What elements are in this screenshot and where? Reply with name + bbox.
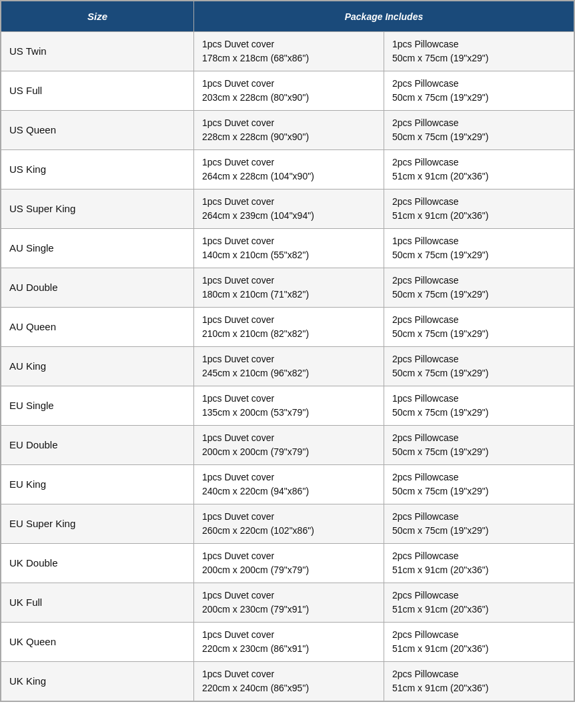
package-cell-2: 2pcs Pillowcase50cm x 75cm (19"x29")	[384, 71, 574, 111]
package-cell-2: 1pcs Pillowcase50cm x 75cm (19"x29")	[384, 386, 574, 426]
table-row: AU Queen1pcs Duvet cover210cm x 210cm (8…	[1, 308, 574, 347]
package-cell-1: 1pcs Duvet cover220cm x 230cm (86"x91")	[193, 623, 384, 662]
package-cell-2: 2pcs Pillowcase51cm x 91cm (20"x36")	[384, 583, 574, 623]
size-cell: EU Single	[1, 386, 194, 426]
size-cell: US Full	[1, 71, 194, 111]
table-row: EU Single1pcs Duvet cover135cm x 200cm (…	[1, 386, 574, 426]
package-cell-1: 1pcs Duvet cover245cm x 210cm (96"x82")	[193, 347, 384, 386]
package-cell-1: 1pcs Duvet cover178cm x 218cm (68"x86")	[193, 32, 384, 71]
package-cell-2: 1pcs Pillowcase50cm x 75cm (19"x29")	[384, 32, 574, 71]
table-row: US Super King1pcs Duvet cover264cm x 239…	[1, 190, 574, 229]
package-cell-1: 1pcs Duvet cover135cm x 200cm (53"x79")	[193, 386, 384, 426]
package-cell-2: 2pcs Pillowcase50cm x 75cm (19"x29")	[384, 111, 574, 150]
package-cell-2: 2pcs Pillowcase51cm x 91cm (20"x36")	[384, 623, 574, 662]
package-cell-2: 2pcs Pillowcase50cm x 75cm (19"x29")	[384, 308, 574, 347]
size-cell: AU Single	[1, 229, 194, 268]
size-cell: UK Double	[1, 544, 194, 583]
table-row: EU Double1pcs Duvet cover200cm x 200cm (…	[1, 426, 574, 465]
table-row: US Queen1pcs Duvet cover228cm x 228cm (9…	[1, 111, 574, 150]
size-cell: UK King	[1, 662, 194, 701]
header-size: Size	[1, 1, 194, 32]
package-cell-2: 2pcs Pillowcase50cm x 75cm (19"x29")	[384, 347, 574, 386]
header-package-includes: Package Includes	[193, 1, 574, 32]
package-cell-1: 1pcs Duvet cover260cm x 220cm (102"x86")	[193, 504, 384, 544]
package-cell-2: 2pcs Pillowcase51cm x 91cm (20"x36")	[384, 544, 574, 583]
package-cell-1: 1pcs Duvet cover203cm x 228cm (80"x90")	[193, 71, 384, 111]
package-cell-2: 2pcs Pillowcase50cm x 75cm (19"x29")	[384, 504, 574, 544]
size-cell: UK Full	[1, 583, 194, 623]
package-cell-1: 1pcs Duvet cover264cm x 239cm (104"x94")	[193, 190, 384, 229]
package-cell-1: 1pcs Duvet cover200cm x 200cm (79"x79")	[193, 544, 384, 583]
size-cell: US King	[1, 150, 194, 190]
package-cell-2: 2pcs Pillowcase50cm x 75cm (19"x29")	[384, 465, 574, 504]
table-row: US Twin1pcs Duvet cover178cm x 218cm (68…	[1, 32, 574, 71]
size-cell: AU Double	[1, 268, 194, 308]
table-row: AU King1pcs Duvet cover245cm x 210cm (96…	[1, 347, 574, 386]
table-row: UK Full1pcs Duvet cover200cm x 230cm (79…	[1, 583, 574, 623]
package-cell-2: 2pcs Pillowcase50cm x 75cm (19"x29")	[384, 268, 574, 308]
package-cell-1: 1pcs Duvet cover210cm x 210cm (82"x82")	[193, 308, 384, 347]
package-cell-1: 1pcs Duvet cover228cm x 228cm (90"x90")	[193, 111, 384, 150]
size-cell: US Queen	[1, 111, 194, 150]
package-cell-1: 1pcs Duvet cover220cm x 240cm (86"x95")	[193, 662, 384, 701]
table-row: UK King1pcs Duvet cover220cm x 240cm (86…	[1, 662, 574, 701]
table-row: AU Double1pcs Duvet cover180cm x 210cm (…	[1, 268, 574, 308]
size-cell: AU King	[1, 347, 194, 386]
table-row: EU Super King1pcs Duvet cover260cm x 220…	[1, 504, 574, 544]
package-cell-2: 2pcs Pillowcase51cm x 91cm (20"x36")	[384, 662, 574, 701]
table-row: UK Queen1pcs Duvet cover220cm x 230cm (8…	[1, 623, 574, 662]
package-cell-1: 1pcs Duvet cover140cm x 210cm (55"x82")	[193, 229, 384, 268]
package-cell-2: 2pcs Pillowcase50cm x 75cm (19"x29")	[384, 426, 574, 465]
size-cell: EU Super King	[1, 504, 194, 544]
package-cell-1: 1pcs Duvet cover180cm x 210cm (71"x82")	[193, 268, 384, 308]
package-cell-1: 1pcs Duvet cover200cm x 230cm (79"x91")	[193, 583, 384, 623]
size-cell: US Super King	[1, 190, 194, 229]
size-cell: EU Double	[1, 426, 194, 465]
table-row: US King1pcs Duvet cover264cm x 228cm (10…	[1, 150, 574, 190]
size-cell: UK Queen	[1, 623, 194, 662]
size-cell: US Twin	[1, 32, 194, 71]
package-cell-2: 2pcs Pillowcase51cm x 91cm (20"x36")	[384, 150, 574, 190]
package-cell-1: 1pcs Duvet cover240cm x 220cm (94"x86")	[193, 465, 384, 504]
size-cell: EU King	[1, 465, 194, 504]
size-package-table: Size Package Includes US Twin1pcs Duvet …	[0, 0, 575, 702]
package-cell-1: 1pcs Duvet cover264cm x 228cm (104"x90")	[193, 150, 384, 190]
table-row: UK Double1pcs Duvet cover200cm x 200cm (…	[1, 544, 574, 583]
package-cell-2: 1pcs Pillowcase50cm x 75cm (19"x29")	[384, 229, 574, 268]
package-cell-1: 1pcs Duvet cover200cm x 200cm (79"x79")	[193, 426, 384, 465]
table-row: AU Single1pcs Duvet cover140cm x 210cm (…	[1, 229, 574, 268]
table-row: US Full1pcs Duvet cover203cm x 228cm (80…	[1, 71, 574, 111]
table-row: EU King1pcs Duvet cover240cm x 220cm (94…	[1, 465, 574, 504]
size-cell: AU Queen	[1, 308, 194, 347]
package-cell-2: 2pcs Pillowcase51cm x 91cm (20"x36")	[384, 190, 574, 229]
